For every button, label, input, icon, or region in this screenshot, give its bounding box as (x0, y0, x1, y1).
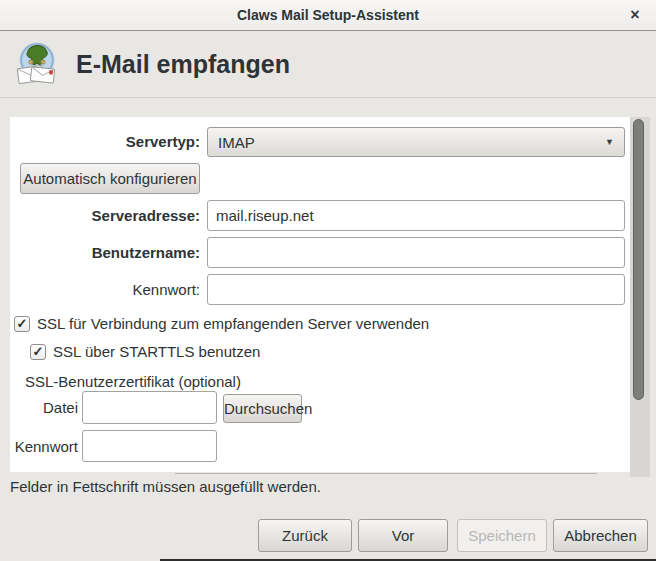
browse-button[interactable]: Durchsuchen (223, 394, 302, 423)
password-input[interactable] (207, 274, 625, 305)
servertype-dropdown[interactable]: IMAP ▼ (207, 127, 625, 157)
chevron-down-icon: ▼ (605, 137, 614, 147)
server-address-label: Serveradresse: (10, 201, 200, 231)
claws-mail-logo-icon (13, 41, 61, 89)
server-address-input[interactable] (207, 200, 625, 231)
panel-bottom-separator (175, 473, 597, 474)
ssl-checkbox[interactable]: ✓ (14, 316, 30, 332)
scrollbar-thumb[interactable] (633, 119, 644, 400)
autoconfig-button[interactable]: Automatisch konfigurieren (20, 163, 200, 194)
username-label: Benutzername: (10, 238, 200, 268)
cancel-button[interactable]: Abbrechen (553, 519, 648, 552)
footer-note: Felder in Fettschrift müssen ausgefüllt … (10, 478, 321, 495)
page-title: E-Mail empfangen (76, 50, 290, 79)
ssl-checkbox-label[interactable]: SSL für Verbindung zum empfangenden Serv… (37, 315, 429, 332)
starttls-checkbox-label[interactable]: SSL über STARTTLS benutzen (53, 343, 260, 360)
form-panel: Servertyp: IMAP ▼ Automatisch konfigurie… (10, 117, 630, 472)
next-button[interactable]: Vor (358, 519, 448, 552)
servertype-label: Servertyp: (10, 127, 200, 157)
scrollbar[interactable] (630, 117, 650, 477)
cert-file-label: Datei (10, 393, 78, 423)
cert-password-label: Kennwort (10, 432, 78, 462)
cert-password-input[interactable] (82, 430, 217, 462)
password-label: Kennwort: (10, 275, 200, 305)
back-button[interactable]: Zurück (258, 519, 352, 552)
window-title: Claws Mail Setup-Assistent (237, 7, 419, 23)
close-icon[interactable]: × (625, 5, 645, 25)
cert-file-input[interactable] (82, 391, 217, 424)
titlebar: Claws Mail Setup-Assistent × (0, 0, 656, 31)
save-button[interactable]: Speichern (457, 519, 547, 552)
servertype-value: IMAP (218, 134, 255, 151)
header: E-Mail empfangen (0, 32, 656, 98)
starttls-checkbox[interactable]: ✓ (30, 344, 46, 360)
username-input[interactable] (207, 237, 625, 268)
